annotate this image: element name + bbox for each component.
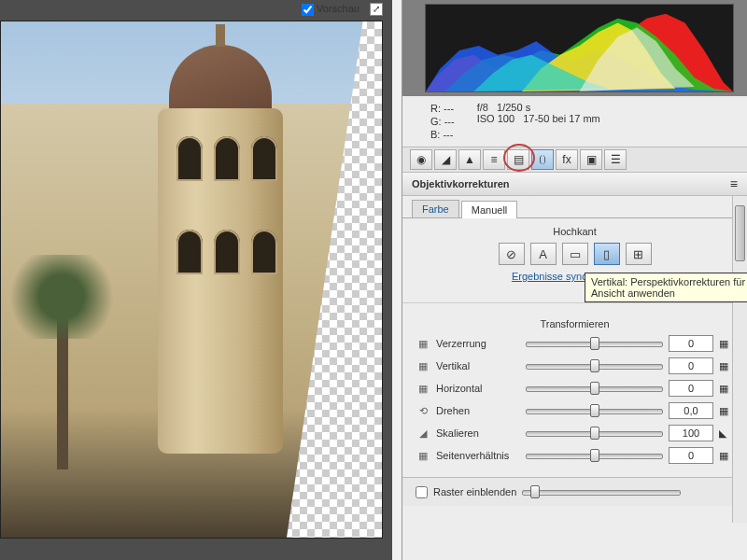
meta-r: R: --- xyxy=(430,102,455,115)
slider-value-skalieren[interactable] xyxy=(669,425,713,441)
slider-value-vertikal[interactable] xyxy=(669,357,713,374)
upright-auto-button[interactable]: A xyxy=(530,243,557,265)
histogram[interactable] xyxy=(425,4,734,92)
meta-lens: 17-50 bei 17 mm xyxy=(523,113,600,124)
tab-manual[interactable]: Manuell xyxy=(461,201,518,218)
expand-icon[interactable]: ⤢ xyxy=(370,3,383,16)
slider-value-drehen[interactable] xyxy=(669,402,713,419)
tool-detail-icon[interactable]: ▲ xyxy=(458,149,481,170)
meta-g: G: --- xyxy=(430,115,455,128)
slider-vertikal[interactable] xyxy=(526,357,663,374)
slider-value-horizontal[interactable] xyxy=(669,380,713,397)
tool-camera-icon[interactable]: ▣ xyxy=(580,149,602,170)
slider-horizontal[interactable] xyxy=(526,380,663,397)
slider-label: Vertikal xyxy=(436,360,520,371)
slider-label: Horizontal xyxy=(436,383,520,394)
meta-iso: ISO 100 xyxy=(477,113,514,124)
slider-value-seitenverhältnis[interactable] xyxy=(669,447,713,464)
slider-skalieren[interactable] xyxy=(526,425,663,441)
slider-label: Verzerrung xyxy=(436,338,520,349)
panel-menu-icon[interactable]: ≡ xyxy=(730,176,738,191)
slider-icon: ▦ xyxy=(416,336,430,351)
slider-label: Drehen xyxy=(436,405,520,416)
slider-seitenverhältnis[interactable] xyxy=(526,447,663,464)
tool-basic-icon[interactable]: ◉ xyxy=(410,149,432,170)
tool-curve-icon[interactable]: ◢ xyxy=(434,149,457,170)
tool-presets-icon[interactable]: ☰ xyxy=(604,149,627,170)
slider-icon: ▦ xyxy=(416,358,430,373)
preview-checkbox-label[interactable]: Vorschau xyxy=(302,3,359,14)
upright-off-button[interactable]: ⊘ xyxy=(499,243,525,265)
meta-shutter: 1/250 s xyxy=(497,102,530,113)
meta-b: B: --- xyxy=(430,128,455,141)
tool-hsl-icon[interactable]: ≡ xyxy=(483,149,505,170)
tool-split-icon[interactable]: ▤ xyxy=(507,149,529,170)
slider-icon: ▦ xyxy=(416,448,430,463)
slider-drehen[interactable] xyxy=(526,402,663,419)
grid-label: Raster einblenden xyxy=(433,486,516,497)
slider-icon: ⟲ xyxy=(416,403,430,418)
metadata-readout: R: --- G: --- B: --- f/8 1/250 s ISO 100… xyxy=(402,96,747,147)
meta-aperture: f/8 xyxy=(477,102,488,113)
tab-color[interactable]: Farbe xyxy=(412,200,459,217)
panel-title: Objektivkorrekturen xyxy=(412,178,510,189)
upright-vertical-button[interactable]: ▯ xyxy=(594,243,620,265)
slider-value-verzerrung[interactable] xyxy=(669,335,713,352)
photo-preview xyxy=(1,21,382,538)
upright-level-button[interactable]: ▭ xyxy=(562,243,588,265)
transform-heading: Transformieren xyxy=(416,318,734,329)
scrollbar-vertical[interactable] xyxy=(732,196,747,523)
preview-checkbox[interactable] xyxy=(302,4,314,16)
preview-label-text: Vorschau xyxy=(317,3,359,14)
slider-label: Seitenverhältnis xyxy=(436,450,520,461)
upright-heading: Hochkant xyxy=(416,226,734,237)
tool-fx-icon[interactable]: fx xyxy=(556,149,578,170)
tooltip: Vertikal: Perspektivkorrekturen für Ansi… xyxy=(585,273,747,302)
image-canvas[interactable] xyxy=(0,21,383,539)
slider-icon: ▦ xyxy=(416,381,430,396)
grid-size-slider[interactable] xyxy=(522,483,681,500)
panel-toolbar: ◉ ◢ ▲ ≡ ▤ ⟮⟯ fx ▣ ☰ xyxy=(402,147,747,173)
tool-lens-icon[interactable]: ⟮⟯ xyxy=(531,149,554,170)
grid-checkbox[interactable] xyxy=(416,486,428,498)
slider-label: Skalieren xyxy=(436,427,520,439)
upright-full-button[interactable]: ⊞ xyxy=(626,243,652,265)
slider-verzerrung[interactable] xyxy=(526,335,663,352)
slider-icon: ◢ xyxy=(416,426,430,441)
